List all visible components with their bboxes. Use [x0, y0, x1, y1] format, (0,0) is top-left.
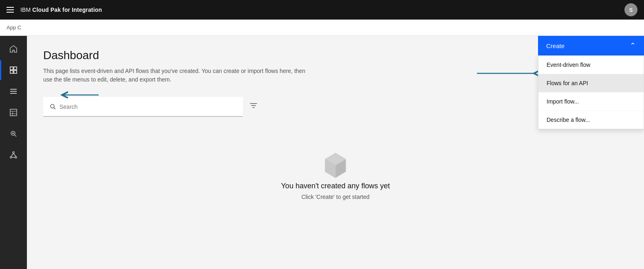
main-layout: Dashboard This page lists event-driven a… [0, 36, 644, 269]
sidebar-item-network[interactable] [0, 145, 27, 165]
dashboard-icon [9, 66, 18, 74]
avatar[interactable]: S [624, 3, 637, 16]
svg-point-15 [10, 157, 12, 158]
empty-state: You haven't created any flows yet Click … [43, 133, 628, 200]
svg-rect-1 [14, 67, 17, 70]
search-icon [50, 104, 56, 110]
list-icon [9, 87, 18, 95]
dropdown-item-flows-for-api[interactable]: Flows for an API [538, 74, 644, 93]
dropdown-item-describe-flow[interactable]: Describe a flow... [538, 111, 644, 129]
hamburger-menu[interactable] [7, 7, 14, 13]
top-navigation: IBM Cloud Pak for Integration S [0, 0, 644, 20]
create-dropdown-menu: Event-driven flow Flows for an API Impor… [538, 55, 644, 129]
sub-navigation: App C [0, 20, 644, 36]
network-icon [9, 151, 18, 159]
table-icon [9, 108, 18, 117]
sidebar-item-search[interactable] [0, 124, 27, 143]
svg-rect-4 [10, 89, 17, 90]
create-button[interactable]: Create ⌃ [538, 36, 644, 55]
app-title: IBM Cloud Pak for Integration [20, 7, 102, 13]
svg-point-20 [51, 104, 54, 108]
cube-icon [319, 149, 352, 182]
page-description: This page lists event-driven and API flo… [43, 67, 308, 84]
dropdown-item-event-driven-flow[interactable]: Event-driven flow [538, 56, 644, 74]
search-box [43, 97, 243, 117]
home-icon [9, 45, 18, 53]
create-button-label: Create [546, 42, 565, 49]
search-input[interactable] [60, 104, 236, 110]
svg-line-12 [15, 135, 16, 137]
svg-rect-5 [10, 91, 17, 92]
empty-subtitle: Click 'Create' to get started [301, 194, 369, 200]
svg-rect-7 [10, 109, 17, 116]
svg-rect-2 [10, 71, 13, 73]
svg-line-21 [54, 108, 55, 109]
svg-rect-3 [14, 71, 17, 73]
empty-title: You haven't created any flows yet [281, 182, 390, 190]
subnav-label: App C [7, 24, 21, 31]
sidebar [0, 36, 27, 269]
main-content: Dashboard This page lists event-driven a… [27, 36, 644, 269]
filter-icon[interactable] [249, 102, 258, 112]
annotation-arrow-right [473, 65, 538, 82]
dropdown-item-import-flow[interactable]: Import flow... [538, 93, 644, 111]
svg-point-14 [13, 152, 14, 153]
sidebar-item-dashboard[interactable] [0, 60, 27, 80]
svg-rect-6 [10, 93, 17, 94]
svg-point-13 [12, 132, 14, 134]
sidebar-item-list[interactable] [0, 82, 27, 101]
sidebar-item-home[interactable] [0, 39, 27, 59]
sidebar-item-table[interactable] [0, 103, 27, 122]
svg-rect-0 [10, 67, 13, 70]
chevron-up-icon: ⌃ [630, 41, 636, 50]
svg-line-18 [13, 153, 16, 157]
svg-point-16 [15, 157, 17, 158]
svg-line-17 [11, 153, 13, 157]
create-dropdown-container: Create ⌃ Event-driven flow Flows for an … [538, 36, 644, 129]
search-dot-icon [9, 130, 18, 138]
